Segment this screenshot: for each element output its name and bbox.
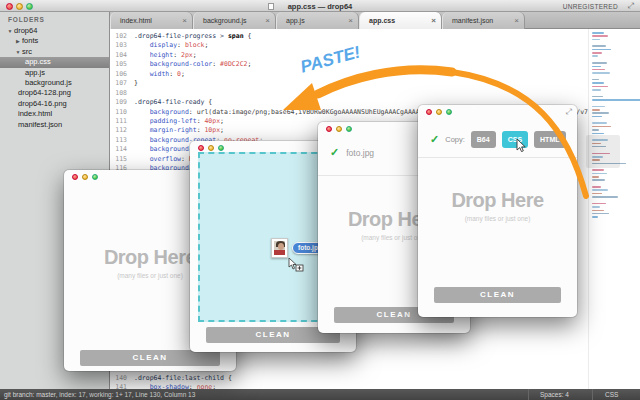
copy-b64-button[interactable]: B64 (471, 131, 496, 148)
sidebar-item-background-js[interactable]: background.js (0, 78, 109, 88)
tab-manifest-json[interactable]: manifest.json× (442, 12, 525, 29)
line-number: 106 (110, 70, 134, 79)
chevron-down-icon[interactable]: ▼ (6, 26, 14, 36)
check-icon: ✓ (430, 133, 439, 146)
code-line: 106 width: 0; (110, 70, 588, 79)
divider (418, 157, 577, 158)
line-number: 107 (110, 79, 134, 88)
sidebar-item-label: src (22, 47, 32, 56)
code-line: 102.drop64-file-progress > span { (110, 32, 588, 41)
sidebar-item-label: drop64 (14, 26, 37, 35)
drop-here-label: Drop Here (418, 189, 577, 212)
photo-preview (274, 241, 285, 255)
uploaded-file-row: ✓ foto.jpg (330, 146, 374, 159)
tab-label: index.html (120, 17, 152, 24)
sidebar-item-drop64-16-png[interactable]: drop64-16.png (0, 99, 109, 109)
sidebar-item-app-js[interactable]: app.js (0, 68, 109, 78)
code-line: 140.drop64-file:last-child { (110, 374, 588, 383)
copy-options-row: ✓ Copy: B64 CSS HTML (430, 131, 566, 148)
line-number: 109 (110, 98, 134, 107)
registration-status: UNREGISTERED (563, 3, 618, 10)
close-tab-icon[interactable]: × (182, 16, 187, 25)
window-title: app.css — drop64 (0, 2, 640, 11)
line-number: 112 (110, 126, 134, 135)
sidebar-item-drop64-128-png[interactable]: drop64-128.png (0, 88, 109, 98)
line-number: 102 (110, 32, 134, 41)
screen: app.css — drop64 UNREGISTERED ⤢ FOLDERS … (0, 0, 640, 400)
line-number: 140 (110, 374, 134, 383)
tab-index-html[interactable]: index.html× (110, 12, 193, 29)
tab-app-css[interactable]: app.css× (359, 12, 442, 29)
tab-background-js[interactable]: background.js× (193, 12, 276, 29)
status-bar: git branch: master, index: 17, working: … (0, 389, 640, 400)
tab-label: background.js (203, 17, 247, 24)
fullscreen-icon[interactable]: ⤢ (628, 1, 634, 11)
drop-window-copy: ⤢ ✓ Copy: B64 CSS HTML Drop Here (many f… (418, 105, 577, 317)
drop-here-subtitle: (many files or just one) (418, 215, 577, 222)
tab-app-js[interactable]: app.js× (276, 12, 359, 29)
close-tab-icon[interactable]: × (431, 16, 436, 25)
sidebar-item-manifest-json[interactable]: manifest.json (0, 120, 109, 130)
window-controls[interactable] (326, 126, 352, 132)
copy-html-button[interactable]: HTML (534, 131, 565, 148)
sidebar-item-label: index.html (18, 109, 52, 118)
window-controls[interactable] (198, 145, 224, 151)
line-number: 103 (110, 41, 134, 50)
file-name: foto.jpg (346, 148, 374, 158)
sidebar-item-label: background.js (25, 78, 72, 87)
window-titlebar: app.css — drop64 UNREGISTERED ⤢ (0, 0, 640, 12)
clean-button[interactable]: CLEAN (434, 287, 561, 303)
sidebar-item-index-html[interactable]: index.html (0, 109, 109, 119)
sidebar-item-label: fonts (22, 36, 38, 45)
line-number: 113 (110, 136, 134, 145)
git-status-text: git branch: master, index: 17, working: … (4, 391, 195, 398)
chevron-right-icon[interactable]: ▶ (14, 36, 22, 46)
sidebar-item-label: drop64-16.png (18, 99, 67, 108)
status-divider (528, 389, 529, 400)
line-number: 114 (110, 145, 134, 154)
line-number: 105 (110, 60, 134, 69)
window-controls[interactable] (426, 109, 452, 115)
line-number: 115 (110, 155, 134, 164)
sidebar-item-src[interactable]: ▼src (0, 47, 109, 57)
code-line: 108 (110, 89, 588, 98)
sidebar-item-label: app.css (25, 57, 51, 66)
close-tab-icon[interactable]: × (514, 16, 519, 25)
sidebar-header: FOLDERS (0, 12, 109, 26)
code-line: 105 background-color: #0DC2C2; (110, 60, 588, 69)
dragged-file-thumbnail[interactable] (271, 238, 288, 258)
resize-icon[interactable]: ⤢ (566, 107, 572, 117)
close-tab-icon[interactable]: × (348, 16, 353, 25)
sidebar-item-app-css[interactable]: app.css (0, 57, 109, 67)
indent-setting[interactable]: Spaces: 4 (540, 391, 569, 398)
sidebar-item-label: app.js (25, 68, 45, 77)
line-number: 110 (110, 108, 134, 117)
code-line: 104 height: 2px; (110, 51, 588, 60)
close-tab-icon[interactable]: × (265, 16, 270, 25)
tab-label: app.css (369, 17, 395, 24)
window-controls[interactable] (72, 174, 98, 180)
sidebar-item-label: drop64-128.png (18, 88, 71, 97)
sidebar-item-drop64[interactable]: ▼drop64 (0, 26, 109, 36)
sidebar-item-fonts[interactable]: ▶fonts (0, 36, 109, 46)
line-number: 104 (110, 51, 134, 60)
minimap[interactable] (588, 29, 640, 389)
line-number: 108 (110, 89, 134, 98)
code-line: 103 display: block; (110, 41, 588, 50)
drag-cursor-icon (288, 258, 304, 272)
mouse-cursor-icon (516, 139, 527, 152)
tab-label: manifest.json (452, 17, 493, 24)
clean-button[interactable]: CLEAN (80, 350, 220, 366)
tab-bar: index.html×background.js×app.js×app.css×… (110, 12, 640, 29)
copy-label: Copy: (445, 135, 465, 144)
tab-label: app.js (286, 17, 305, 24)
line-number: 111 (110, 117, 134, 126)
check-icon: ✓ (330, 146, 339, 159)
status-divider (592, 389, 593, 400)
syntax-mode[interactable]: CSS (605, 391, 618, 398)
minimap-viewport[interactable] (586, 135, 620, 168)
code-line: 107} (110, 79, 588, 88)
chevron-down-icon[interactable]: ▼ (14, 47, 22, 57)
sidebar-item-label: manifest.json (18, 120, 62, 129)
